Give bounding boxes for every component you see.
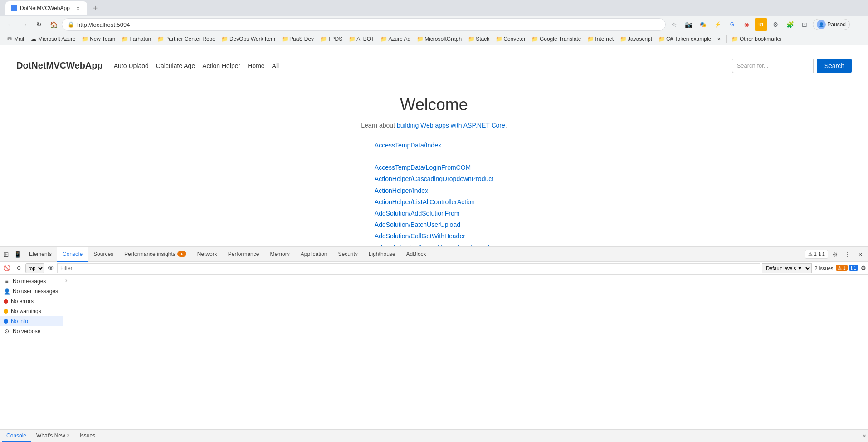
devtools-tab-network[interactable]: Network	[192, 247, 223, 262]
bookmark-azuread[interactable]: 📁 Azure Ad	[378, 35, 413, 43]
bookmark-mail[interactable]: ✉ Mail	[4, 35, 27, 43]
link-item-4[interactable]: ActionHelper/ListAllControllerAction	[375, 196, 493, 208]
more-options-button[interactable]: ⋮	[852, 18, 864, 31]
inspect-element-button[interactable]: ⊞	[0, 249, 12, 260]
nav-link-age[interactable]: Calculate Age	[156, 62, 195, 69]
link-item-7[interactable]: AddSolution/CallGetWithHeader	[375, 231, 493, 242]
console-item-no-user-messages[interactable]: 👤 No user messages	[0, 286, 63, 296]
app-navbar: DotNetMVCWebApp Auto Uplaod Calculate Ag…	[9, 54, 859, 77]
reload-button[interactable]: ↻	[33, 18, 45, 31]
bookmark-internet[interactable]: 📁 Internet	[585, 35, 616, 43]
whats-new-close[interactable]: ×	[67, 433, 70, 438]
console-item-no-messages[interactable]: ≡ No messages	[0, 276, 63, 286]
console-item-no-verbose[interactable]: ⊙ No verbose	[0, 326, 63, 336]
bottom-tab-console[interactable]: Console	[2, 430, 31, 442]
device-emulation-button[interactable]: 📱	[12, 249, 24, 260]
split-view-button[interactable]: ⊡	[798, 18, 811, 31]
bookmark-farhatun[interactable]: 📁 Farhatun	[119, 35, 154, 43]
issues-count-label: ⚠ 1	[808, 251, 817, 257]
devtools-tab-lighthouse[interactable]: Lighthouse	[363, 247, 401, 262]
issues-warn-badge: ⚠ 1	[836, 265, 847, 271]
bookmark-csharp[interactable]: 📁 C# Token example	[656, 35, 714, 43]
devtools-more-button[interactable]: ⋮	[842, 249, 853, 260]
extensions-button[interactable]: 🧩	[784, 18, 796, 31]
devtools-tab-performance[interactable]: Performance	[223, 247, 265, 262]
search-button[interactable]: Search	[817, 59, 852, 73]
console-item-no-info[interactable]: No info	[0, 316, 63, 326]
nav-link-action[interactable]: Action Helper	[202, 62, 240, 69]
devtools-settings-button[interactable]: ⚙	[829, 249, 841, 260]
levels-dropdown[interactable]: Default levels ▼	[762, 263, 812, 273]
item-label: No info	[11, 318, 28, 324]
bookmark-msgraph[interactable]: 📁 MicrosoftGraph	[414, 35, 464, 43]
bottom-close-button[interactable]: ×	[863, 432, 866, 439]
bookmark-js[interactable]: 📁 Javascript	[617, 35, 655, 43]
console-settings-button[interactable]: ⚙	[861, 265, 866, 271]
devtools-tab-security[interactable]: Security	[333, 247, 363, 262]
bookmark-new-team[interactable]: 📁 New Team	[79, 35, 118, 43]
devtools-tab-elements[interactable]: Elements	[24, 247, 57, 262]
info-dot	[4, 319, 8, 324]
bookmark-conveter[interactable]: 📁 Conveter	[493, 35, 528, 43]
devtools-tab-sources[interactable]: Sources	[88, 247, 119, 262]
bookmark-other[interactable]: 📁 Other bookmarks	[729, 35, 784, 43]
screenshot-button[interactable]: 📷	[682, 18, 695, 31]
extension-btn-2[interactable]: ⚡	[711, 18, 724, 31]
search-input[interactable]	[732, 59, 814, 73]
bookmark-star-button[interactable]: ☆	[668, 18, 680, 31]
console-history-button[interactable]: ⊙	[14, 263, 24, 273]
home-button[interactable]: 🏠	[47, 18, 60, 31]
bookmark-paas[interactable]: 📁 PaaS Dev	[279, 35, 317, 43]
link-item-6[interactable]: AddSolution/BatchUserUpload	[375, 219, 493, 231]
bookmark-stack[interactable]: 📁 Stack	[465, 35, 492, 43]
bookmark-tpds[interactable]: 📁 TPDS	[317, 35, 345, 43]
learn-link[interactable]: building Web apps with ASP.NET Core	[397, 122, 505, 129]
extension-btn-3[interactable]: G	[726, 18, 738, 31]
bookmark-azure[interactable]: ☁ Microsoft Azure	[28, 35, 78, 43]
bookmarks-bar: ✉ Mail ☁ Microsoft Azure 📁 New Team 📁 Fa…	[0, 33, 868, 45]
nav-link-home[interactable]: Home	[248, 62, 264, 69]
new-tab-button[interactable]: +	[89, 2, 102, 15]
console-filter-input[interactable]	[57, 263, 760, 273]
bookmark-devops[interactable]: 📁 DevOps Work Item	[219, 35, 278, 43]
more-bookmarks-button[interactable]: »	[715, 35, 723, 43]
forward-button[interactable]: →	[18, 18, 31, 31]
link-item-1[interactable]: AccessTempData/LoginFromCOM	[375, 162, 493, 173]
link-item-3[interactable]: ActionHelper/Index	[375, 185, 493, 196]
devtools-tab-adblock[interactable]: AdBlock	[401, 247, 432, 262]
browser-tab[interactable]: DotNetMVCWebApp ×	[5, 1, 87, 15]
bookmark-translate[interactable]: 📁 Google Translate	[529, 35, 584, 43]
devtools-tab-memory[interactable]: Memory	[264, 247, 295, 262]
tab-label: Performance	[228, 251, 259, 257]
link-item-5[interactable]: AddSolution/AddSolutionFrom	[375, 208, 493, 219]
top-context-select[interactable]: top	[25, 263, 44, 273]
profile-button[interactable]: 👤 Paused	[813, 19, 850, 30]
link-item-0[interactable]: AccessTempData/Index	[375, 140, 493, 151]
extension-btn-5[interactable]: 91	[755, 18, 767, 31]
extension-btn-6[interactable]: ⚙	[769, 18, 782, 31]
bookmark-partner[interactable]: 📁 Partner Center Repo	[155, 35, 218, 43]
bottom-tab-issues[interactable]: Issues	[75, 430, 100, 442]
tab-close-button[interactable]: ×	[74, 5, 82, 12]
nav-links: Auto Uplaod Calculate Age Action Helper …	[114, 62, 732, 69]
console-item-no-errors[interactable]: No errors	[0, 296, 63, 306]
extension-btn-4[interactable]: ◉	[740, 18, 753, 31]
devtools-close-button[interactable]: ×	[854, 249, 866, 260]
nav-link-all[interactable]: All	[272, 62, 279, 69]
devtools-tab-console[interactable]: Console	[57, 247, 88, 262]
devtools-tab-application[interactable]: Application	[295, 247, 333, 262]
address-input-area[interactable]: 🔒 http://localhost:5094	[62, 18, 666, 31]
eye-button[interactable]: 👁	[46, 265, 55, 272]
console-item-no-warnings[interactable]: No warnings	[0, 306, 63, 316]
bookmark-aibot[interactable]: 📁 AI BOT	[346, 35, 377, 43]
extension-btn-1[interactable]: 🎭	[697, 18, 709, 31]
devtools-tab-performance-insights[interactable]: Performance insights ▲	[119, 247, 192, 262]
tab-label: Elements	[29, 251, 52, 257]
link-item-2[interactable]: ActionHelper/CascadingDropdownProduct	[375, 173, 493, 185]
issues-count-display[interactable]: ⚠ 1 ℹ 1	[805, 250, 828, 259]
console-clear-button[interactable]: 🚫	[2, 263, 12, 273]
back-button[interactable]: ←	[4, 18, 16, 31]
nav-link-upload[interactable]: Auto Uplaod	[114, 62, 149, 69]
bottom-tab-whats-new[interactable]: What's New ×	[32, 430, 74, 442]
link-item-8[interactable]: AddSolution/CallGetWithHeaderMicrosoft	[375, 242, 493, 247]
